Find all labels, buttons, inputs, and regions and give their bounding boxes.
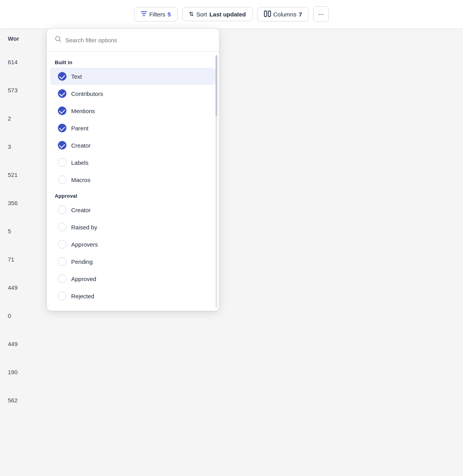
main-content: Wor 614 573 2 3 521 356 5 71 449 0 449 1… <box>0 29 463 415</box>
checkbox-pending <box>58 257 66 266</box>
checkbox-labels <box>58 158 66 167</box>
checkbox-rejected <box>58 292 66 300</box>
filter-item-parent[interactable]: Parent <box>50 119 216 137</box>
sort-label: Sort <box>196 11 207 18</box>
number-row: Wor <box>8 29 39 48</box>
number-row: 449 <box>8 330 39 358</box>
toolbar: Filters 5 ⇅ Sort Last updated Columns 7 … <box>0 0 463 29</box>
filter-item-macros[interactable]: Macros <box>50 171 216 188</box>
checkbox-macros <box>58 175 66 184</box>
scrollbar-thumb[interactable] <box>215 55 217 116</box>
checkbox-text <box>58 72 66 81</box>
number-row: 356 <box>8 189 39 217</box>
filter-item-rejected[interactable]: Rejected <box>50 287 216 305</box>
checkbox-creator-approval <box>58 206 66 214</box>
sort-value: Last updated <box>209 11 246 18</box>
item-label-text: Text <box>71 73 82 80</box>
filter-item-approved[interactable]: Approved <box>50 270 216 287</box>
checkbox-contributors <box>58 89 66 98</box>
item-label-parent: Parent <box>71 125 88 132</box>
number-row: 562 <box>8 386 39 415</box>
filter-item-raised-by[interactable]: Raised by <box>50 218 216 236</box>
sort-icon: ⇅ <box>189 11 194 18</box>
filter-options-dropdown: Built in Text Contributors Mentions Pare… <box>47 29 219 311</box>
filters-count: 5 <box>168 11 171 18</box>
number-row: 0 <box>8 302 39 330</box>
number-row: 2 <box>8 105 39 133</box>
filter-item-text[interactable]: Text <box>50 68 216 85</box>
columns-icon <box>264 11 271 18</box>
item-label-pending: Pending <box>71 258 93 265</box>
section-label-builtin: Built in <box>47 55 219 68</box>
item-label-creator-approval: Creator <box>71 207 91 213</box>
filter-icon <box>141 11 147 18</box>
left-numbers: Wor 614 573 2 3 521 356 5 71 449 0 449 1… <box>0 29 47 415</box>
filter-item-creator-builtin[interactable]: Creator <box>50 137 216 154</box>
item-label-approvers: Approvers <box>71 241 98 248</box>
sort-button[interactable]: ⇅ Sort Last updated <box>182 7 253 21</box>
svg-rect-0 <box>264 11 267 16</box>
search-box <box>47 29 219 52</box>
filter-item-creator-approval[interactable]: Creator <box>50 201 216 218</box>
filters-label: Filters <box>149 11 165 18</box>
filter-item-contributors[interactable]: Contributors <box>50 85 216 102</box>
filter-item-labels[interactable]: Labels <box>50 154 216 171</box>
item-label-creator-builtin: Creator <box>71 142 91 149</box>
number-row: 3 <box>8 133 39 161</box>
checkbox-raised-by <box>58 223 66 231</box>
section-label-approval: Approval <box>47 188 219 201</box>
number-row: 71 <box>8 245 39 274</box>
checkbox-approvers <box>58 240 66 249</box>
checkbox-approved <box>58 274 66 283</box>
search-filter-input[interactable] <box>65 37 211 43</box>
item-label-mentions: Mentions <box>71 108 95 114</box>
number-row: 5 <box>8 217 39 245</box>
item-label-macros: Macros <box>71 177 90 183</box>
more-button[interactable]: ··· <box>313 6 329 22</box>
checkbox-mentions <box>58 106 66 115</box>
filter-item-mentions[interactable]: Mentions <box>50 102 216 119</box>
columns-button[interactable]: Columns 7 <box>257 7 309 22</box>
filter-item-approvers[interactable]: Approvers <box>50 236 216 253</box>
svg-rect-1 <box>268 11 271 16</box>
filters-button[interactable]: Filters 5 <box>134 7 178 22</box>
checkbox-parent <box>58 124 66 132</box>
filter-options-list: Built in Text Contributors Mentions Pare… <box>47 52 219 311</box>
number-row: 449 <box>8 274 39 302</box>
filter-item-pending[interactable]: Pending <box>50 253 216 270</box>
number-row: 190 <box>8 358 39 386</box>
columns-count: 7 <box>299 11 302 18</box>
item-label-approved: Approved <box>71 276 96 282</box>
checkbox-creator-builtin <box>58 141 66 150</box>
number-row: 614 <box>8 48 39 76</box>
item-label-raised-by: Raised by <box>71 224 97 231</box>
item-label-labels: Labels <box>71 159 88 166</box>
more-icon: ··· <box>318 10 324 18</box>
svg-point-2 <box>56 36 60 41</box>
item-label-rejected: Rejected <box>71 293 94 299</box>
item-label-contributors: Contributors <box>71 90 103 97</box>
search-icon <box>55 36 61 44</box>
number-row: 521 <box>8 161 39 189</box>
number-row: 573 <box>8 76 39 105</box>
columns-label: Columns <box>273 11 296 18</box>
